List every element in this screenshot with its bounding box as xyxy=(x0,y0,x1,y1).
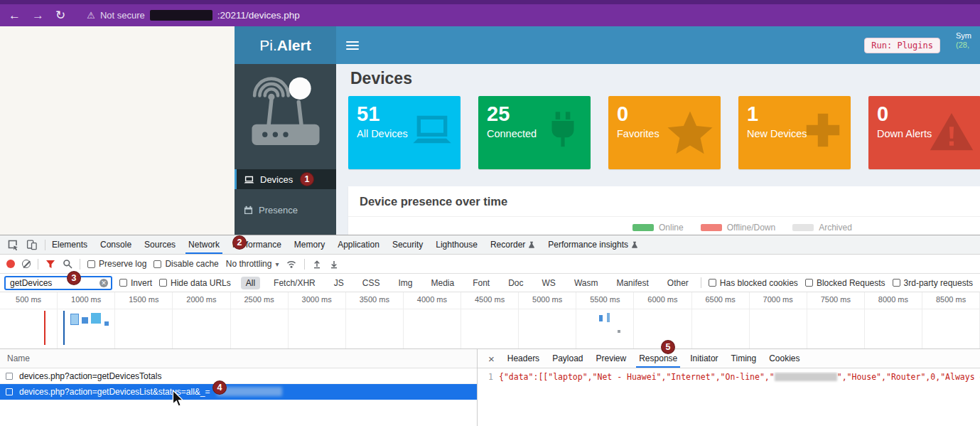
network-overview-timeline[interactable]: 500 ms 1000 ms 1500 ms 2000 ms 2500 ms 3… xyxy=(0,292,980,349)
pialert-app: Pi.Alert Run: Plugins Sym (28, xyxy=(235,26,980,235)
router-logo-icon xyxy=(240,67,331,161)
blocked-requests-checkbox[interactable]: Blocked Requests xyxy=(805,278,885,288)
filter-pill-doc[interactable]: Doc xyxy=(503,277,528,289)
timeline-tick: 3500 ms xyxy=(346,292,404,348)
filter-pill-manifest[interactable]: Manifest xyxy=(611,277,653,289)
stat-card-connected[interactable]: 25 Connected xyxy=(478,96,591,169)
filter-pill-wasm[interactable]: Wasm xyxy=(569,277,603,289)
tab-memory[interactable]: Memory xyxy=(288,235,331,254)
close-icon[interactable]: × xyxy=(482,353,501,365)
clear-icon[interactable] xyxy=(22,260,31,268)
request-bar xyxy=(104,321,109,326)
has-blocked-cookies-checkbox[interactable]: Has blocked cookies xyxy=(709,278,798,288)
third-party-requests-checkbox[interactable]: 3rd-party requests xyxy=(893,278,973,288)
inspect-icon[interactable] xyxy=(7,239,18,250)
legend-offline: Offline/Down xyxy=(701,223,775,233)
device-toolbar-icon[interactable] xyxy=(26,239,38,250)
filter-pill-css[interactable]: CSS xyxy=(357,277,385,289)
hide-data-urls-checkbox[interactable]: Hide data URLs xyxy=(159,278,231,288)
export-har-icon[interactable] xyxy=(329,259,339,269)
address-bar[interactable]: ⚠ Not secure :20211/devices.php xyxy=(87,10,300,21)
filter-input[interactable]: ✕ xyxy=(4,276,112,290)
timeline-tick: 6000 ms xyxy=(634,292,691,348)
stat-card-all-devices[interactable]: 51 All Devices xyxy=(348,96,461,169)
redacted-response-value xyxy=(775,373,837,381)
requests-name-column-header[interactable]: Name xyxy=(0,349,477,368)
hamburger-icon[interactable] xyxy=(346,41,359,50)
filter-pill-ws[interactable]: WS xyxy=(537,277,561,289)
filter-pill-all[interactable]: All xyxy=(241,277,260,289)
tab-lighthouse[interactable]: Lighthouse xyxy=(429,235,484,254)
step-2-badge: 2 xyxy=(232,235,247,250)
request-row-getdevicestotals[interactable]: devices.php?action=getDevicesTotals xyxy=(0,368,477,384)
filter-pill-other[interactable]: Other xyxy=(662,277,694,289)
tab-headers[interactable]: Headers xyxy=(501,349,546,368)
search-icon[interactable] xyxy=(63,259,72,269)
timeline-tick: 7000 ms xyxy=(750,292,807,348)
reload-icon[interactable]: ↻ xyxy=(55,9,65,21)
tab-initiator[interactable]: Initiator xyxy=(684,349,724,368)
back-icon[interactable]: ← xyxy=(9,9,21,21)
preserve-log-checkbox[interactable]: Preserve log xyxy=(87,259,146,269)
tab-performance-insights[interactable]: Performance insights xyxy=(542,235,645,254)
timeline-tick: 7500 ms xyxy=(807,292,865,348)
stat-card-new-devices[interactable]: 1 New Devices xyxy=(738,96,851,169)
app-sidebar: Devices Presence xyxy=(235,64,336,235)
user-info: Sym (28, xyxy=(956,31,979,50)
request-icon xyxy=(6,373,13,380)
tab-sources[interactable]: Sources xyxy=(138,235,182,254)
request-row-getdeviceslist[interactable]: devices.php?action=getDevicesList&status… xyxy=(0,384,477,400)
filter-pill-fetchxhr[interactable]: Fetch/XHR xyxy=(269,277,321,289)
invert-checkbox[interactable]: Invert xyxy=(119,278,152,288)
legend-online: Online xyxy=(632,223,684,233)
browser-toolbar: ← → ↻ ⚠ Not secure :20211/devices.php xyxy=(0,0,980,26)
disable-cache-checkbox[interactable]: Disable cache xyxy=(154,259,218,269)
plug-icon xyxy=(541,108,585,152)
tab-elements[interactable]: Elements xyxy=(45,235,94,254)
tab-application[interactable]: Application xyxy=(331,235,386,254)
network-conditions-icon[interactable] xyxy=(286,259,297,269)
request-bar xyxy=(607,313,610,322)
sidebar-item-presence[interactable]: Presence xyxy=(235,200,336,220)
timeline-tick: 8000 ms xyxy=(865,292,922,348)
filter-text-field[interactable] xyxy=(9,277,97,289)
tab-response[interactable]: Response xyxy=(632,349,684,368)
tab-preview[interactable]: Preview xyxy=(590,349,633,368)
stat-card-favorites[interactable]: 0 Favorites xyxy=(608,96,721,169)
star-icon xyxy=(665,108,715,158)
forward-icon[interactable]: → xyxy=(32,9,44,21)
tab-payload[interactable]: Payload xyxy=(546,349,589,368)
filter-pill-js[interactable]: JS xyxy=(329,277,349,289)
filter-pill-img[interactable]: Img xyxy=(393,277,417,289)
tab-console[interactable]: Console xyxy=(94,235,138,254)
stat-card-down-alerts[interactable]: 0 Down Alerts xyxy=(868,96,980,169)
record-icon[interactable] xyxy=(6,260,15,268)
panel-title: Device presence over time xyxy=(348,186,980,217)
presence-panel: Device presence over time Online Offline… xyxy=(348,186,980,235)
redacted-host xyxy=(150,10,212,21)
archived-swatch xyxy=(792,224,814,231)
timeline-tick: 2000 ms xyxy=(173,292,230,348)
chevron-down-icon: ▾ xyxy=(275,260,279,268)
warning-icon xyxy=(928,108,975,155)
warning-icon: ⚠ xyxy=(87,10,95,21)
network-filterbar: ✕ Invert Hide data URLs All Fetch/XHR JS… xyxy=(0,274,980,292)
run-plugins-button[interactable]: Run: Plugins xyxy=(864,38,940,53)
response-content: 1 {"data":[["laptop","Net - Huawei","Int… xyxy=(478,368,980,426)
not-secure-label: Not secure xyxy=(100,10,145,21)
tab-recorder[interactable]: Recorder xyxy=(484,235,542,254)
import-har-icon[interactable] xyxy=(312,259,322,269)
throttling-select[interactable]: No throttling▾ xyxy=(226,259,279,269)
filter-icon[interactable] xyxy=(45,260,55,269)
dcl-event-line xyxy=(63,311,65,345)
tab-cookies[interactable]: Cookies xyxy=(763,349,806,368)
tab-timing[interactable]: Timing xyxy=(725,349,763,368)
sidebar-item-devices[interactable]: Devices xyxy=(235,169,336,189)
offline-swatch xyxy=(701,224,722,231)
tab-network[interactable]: Network xyxy=(182,235,226,254)
line-number: 1 xyxy=(478,372,499,426)
tab-security[interactable]: Security xyxy=(386,235,429,254)
filter-pill-font[interactable]: Font xyxy=(468,277,495,289)
filter-pill-media[interactable]: Media xyxy=(426,277,459,289)
clear-filter-icon[interactable]: ✕ xyxy=(99,279,108,287)
